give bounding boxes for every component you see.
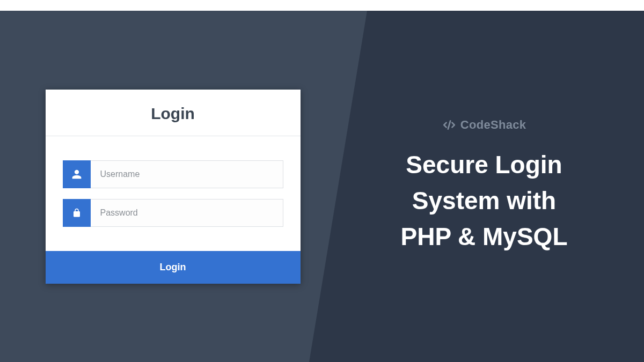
headline-line-2: System with: [401, 183, 568, 219]
password-input[interactable]: [91, 199, 283, 227]
code-icon: [442, 118, 456, 132]
lock-icon: [63, 199, 91, 227]
headline-line-1: Secure Login: [401, 147, 568, 183]
login-button-label: Login: [160, 262, 186, 272]
username-row: [63, 160, 283, 188]
browser-top-bar: [0, 0, 644, 11]
headline-line-3: PHP & MySQL: [401, 219, 568, 255]
svg-line-0: [448, 121, 450, 129]
login-card-body: [46, 136, 301, 251]
login-card: Login Login: [46, 90, 301, 284]
username-input[interactable]: [91, 160, 283, 188]
left-panel: Login Login: [0, 11, 335, 362]
login-title: Login: [46, 105, 301, 123]
brand-logo: CodeShack: [442, 118, 526, 132]
main-area: Login Login: [0, 11, 644, 362]
login-button[interactable]: Login: [46, 251, 301, 284]
login-card-header: Login: [46, 90, 301, 136]
password-row: [63, 199, 283, 227]
user-icon: [63, 160, 91, 188]
right-panel: CodeShack Secure Login System with PHP &…: [335, 11, 644, 362]
brand-name: CodeShack: [460, 118, 526, 132]
headline: Secure Login System with PHP & MySQL: [401, 147, 568, 254]
